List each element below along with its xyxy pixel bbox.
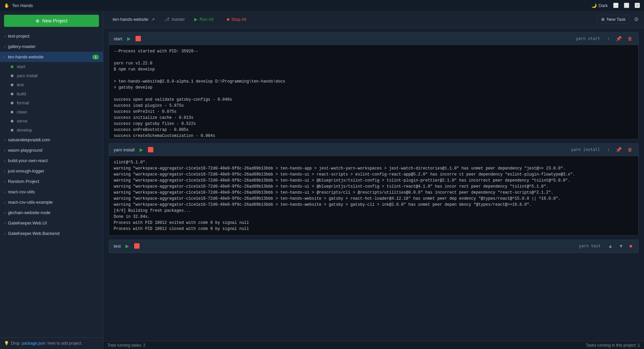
sidebar-task-clean[interactable]: clean bbox=[0, 107, 103, 116]
moon-icon: 🌙 bbox=[591, 3, 597, 8]
branch-icon: ⎇ bbox=[164, 17, 169, 22]
titlebar-right: 🌙 Dark — □ ✕ bbox=[591, 3, 640, 8]
project-name: gkchain-website-node bbox=[8, 210, 99, 215]
project-name: GateKeeper.Web.Backend bbox=[8, 231, 99, 236]
sidebar-item-gallery-master[interactable]: › gallery-master bbox=[0, 41, 103, 52]
delete-button-start[interactable]: 🗑 bbox=[626, 35, 634, 42]
delete-button-yarn-install[interactable]: 🗑 bbox=[626, 146, 634, 153]
sidebar-item-gatekeeper-ui[interactable]: › GateKeeper.Web.UI bbox=[0, 218, 103, 228]
task-command-yarn-install: yarn install bbox=[571, 147, 600, 152]
minimize-button[interactable]: — bbox=[613, 3, 619, 8]
stop-button-start[interactable] bbox=[136, 36, 141, 41]
maximize-button[interactable]: □ bbox=[624, 3, 629, 8]
task-dot bbox=[11, 129, 13, 132]
run-all-label: Run All bbox=[200, 17, 213, 22]
pin-button-yarn-install[interactable]: 📌 bbox=[614, 146, 623, 153]
project-tab-name: ten-hands-website bbox=[113, 17, 148, 22]
task-actions-test: ▲ ▼ ■ bbox=[607, 243, 634, 249]
scroll-down-button[interactable]: ▼ bbox=[618, 243, 625, 249]
sidebar-task-start[interactable]: start bbox=[0, 62, 103, 71]
app-icon: ✋ bbox=[4, 3, 9, 8]
chevron-right-icon: › bbox=[4, 221, 5, 225]
sidebar-task-build[interactable]: build bbox=[0, 89, 103, 98]
play-button-test[interactable]: ▶ bbox=[124, 243, 131, 249]
topbar-right: ⊕ New Task ⚙ bbox=[597, 15, 639, 24]
task-panel-name: yarn install bbox=[114, 147, 135, 152]
sidebar-item-ten-hands-website[interactable]: › ten-hands-website 1 bbox=[0, 52, 103, 62]
chevron-right-icon: › bbox=[4, 148, 5, 152]
chevron-right-icon: › bbox=[4, 34, 5, 38]
settings-button[interactable]: ⚙ bbox=[634, 16, 639, 22]
theme-toggle[interactable]: 🌙 Dark bbox=[591, 3, 608, 8]
titlebar: ✋ Ten Hands 🌙 Dark — □ ✕ bbox=[0, 0, 644, 11]
stop-button-yarn-install[interactable] bbox=[148, 147, 153, 152]
sidebar-item-test-project[interactable]: › test-project bbox=[0, 31, 103, 41]
sidebar-item-react-csv-utils[interactable]: › react-csv-utils bbox=[0, 187, 103, 197]
run-all-button[interactable]: ▶ Run All bbox=[190, 15, 217, 23]
sidebar-item-wasm-playground[interactable]: › wasm-playground bbox=[0, 145, 103, 155]
theme-label: Dark bbox=[599, 3, 608, 8]
footer-text: Drop bbox=[11, 341, 20, 346]
topbar: ten-hands-website ↗ ⎇ master ▶ Run All ■… bbox=[103, 11, 644, 28]
task-name: clean bbox=[17, 109, 27, 114]
chevron-right-icon: › bbox=[4, 190, 5, 194]
sidebar-task-yarn-install[interactable]: yarn install bbox=[0, 71, 103, 80]
sidebar-task-serve[interactable]: serve bbox=[0, 116, 103, 126]
task-panel-test: test ▶ yarn test ▲ ▼ ■ bbox=[109, 240, 639, 253]
stop-all-button[interactable]: ■ Stop All bbox=[223, 15, 250, 23]
project-name: build-your-own-react bbox=[8, 158, 99, 163]
sidebar-item-gkchain[interactable]: › gkchain-website-node bbox=[0, 207, 103, 218]
sidebar-task-format[interactable]: format bbox=[0, 98, 103, 107]
stop-icon: ■ bbox=[227, 17, 229, 22]
stop-button-test[interactable] bbox=[134, 243, 140, 249]
task-name: build bbox=[17, 91, 26, 96]
task-panel-header-yarn-install: yarn install ▶ yarn install ↑ 📌 🗑 bbox=[109, 144, 638, 156]
branch-name: master bbox=[171, 17, 185, 22]
sidebar-task-test[interactable]: test bbox=[0, 80, 103, 89]
task-name: serve bbox=[17, 118, 28, 123]
lightbulb-icon: 💡 bbox=[4, 341, 9, 346]
task-name: yarn install bbox=[17, 73, 38, 78]
sidebar-item-saisandeepvaddi[interactable]: › saisandeepvaddi.com bbox=[0, 135, 103, 145]
project-name: Random Project bbox=[8, 179, 99, 184]
new-project-button[interactable]: ⊕ New Project bbox=[4, 15, 99, 27]
chevron-right-icon: › bbox=[4, 232, 5, 236]
sidebar-item-build-your-own-react[interactable]: › build-your-own-react bbox=[0, 155, 103, 166]
task-name: test bbox=[17, 82, 24, 87]
pin-button-start[interactable]: 📌 bbox=[614, 35, 623, 42]
close-button[interactable]: ✕ bbox=[635, 3, 640, 8]
upload-button-yarn-install[interactable]: ↑ bbox=[606, 146, 611, 153]
chevron-right-icon: › bbox=[4, 138, 5, 142]
sidebar-item-gatekeeper-backend[interactable]: › GateKeeper.Web.Backend bbox=[0, 228, 103, 239]
sidebar-item-react-csv-utils-example[interactable]: › react-csv-utils-example bbox=[0, 197, 103, 207]
chevron-right-icon: › bbox=[4, 159, 5, 163]
new-task-button[interactable]: ⊕ New Task bbox=[597, 15, 630, 24]
play-button-yarn-install[interactable]: ▶ bbox=[138, 146, 145, 153]
chevron-down-icon: › bbox=[3, 56, 7, 58]
app-title: Ten Hands bbox=[12, 3, 33, 8]
project-tab[interactable]: ten-hands-website ↗ bbox=[109, 15, 159, 24]
sidebar-task-develop[interactable]: develop bbox=[0, 126, 103, 135]
sidebar: ⊕ New Project › test-project › gallery-m… bbox=[0, 11, 103, 349]
sidebar-projects-list: › test-project › gallery-master › ten-ha… bbox=[0, 31, 103, 337]
project-name: just-enough-logger bbox=[8, 168, 99, 173]
app-layout: ⊕ New Project › test-project › gallery-m… bbox=[0, 11, 644, 349]
scroll-up-button[interactable]: ▲ bbox=[607, 243, 614, 249]
plus-icon: ⊕ bbox=[36, 18, 40, 23]
upload-button-start[interactable]: ↑ bbox=[606, 35, 611, 42]
task-actions-start: ↑ 📌 🗑 bbox=[606, 35, 634, 42]
stop-red-button[interactable]: ■ bbox=[628, 243, 634, 249]
sidebar-item-just-enough-logger[interactable]: › just-enough-logger bbox=[0, 166, 103, 176]
play-button-start[interactable]: ▶ bbox=[125, 35, 132, 42]
play-icon: ▶ bbox=[194, 17, 198, 22]
task-name: start bbox=[17, 64, 25, 69]
project-name: gallery-master bbox=[8, 44, 99, 49]
task-dot bbox=[11, 120, 13, 122]
task-name: develop bbox=[17, 128, 32, 133]
project-name: saisandeepvaddi.com bbox=[8, 137, 99, 142]
sidebar-item-random-project[interactable]: › Random Project bbox=[0, 176, 103, 187]
task-dot bbox=[11, 111, 13, 113]
chevron-right-icon: › bbox=[4, 211, 5, 215]
project-name: test-project bbox=[8, 34, 99, 39]
task-panel-start: start ▶ yarn start ↑ 📌 🗑 --Process start… bbox=[109, 32, 639, 139]
